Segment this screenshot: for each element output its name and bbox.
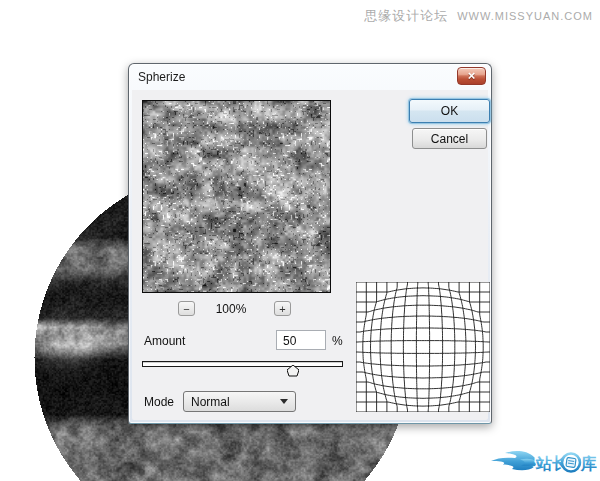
spherize-dialog: Spherize × − 100% + Amount % Mode — [128, 63, 492, 424]
zoom-level-label: 100% — [193, 302, 269, 316]
close-button[interactable]: × — [457, 67, 486, 85]
chevron-down-icon — [280, 399, 288, 404]
slider-thumb-icon — [287, 365, 299, 377]
watermark-text-ku: 库 — [580, 454, 597, 472]
filter-preview-image[interactable] — [142, 100, 331, 293]
page: 思缘设计论坛 WWW.MISSYUAN.COM Spherize × − 100… — [0, 0, 600, 481]
amount-unit-label: % — [332, 334, 343, 348]
distortion-grid-preview — [356, 282, 490, 412]
dialog-titlebar[interactable]: Spherize × — [129, 64, 491, 90]
close-icon: × — [468, 68, 476, 83]
site-credit-url: WWW.MISSYUAN.COM — [457, 10, 593, 22]
ok-button[interactable]: OK — [409, 99, 490, 123]
site-credit-forum-name: 思缘设计论坛 — [364, 7, 448, 25]
watermark-logo: 站长 库 — [490, 446, 598, 480]
slider-track[interactable] — [142, 361, 343, 367]
mode-selected-value: Normal — [191, 395, 230, 409]
amount-label: Amount — [144, 334, 185, 348]
dialog-client-area: − 100% + Amount % Mode Normal — [132, 90, 488, 420]
distortion-grid-svg — [356, 282, 490, 412]
slider-thumb[interactable] — [287, 363, 299, 375]
mode-select[interactable]: Normal — [183, 391, 296, 412]
amount-slider — [142, 361, 343, 378]
site-credit: 思缘设计论坛 WWW.MISSYUAN.COM — [364, 7, 593, 25]
dialog-title: Spherize — [138, 70, 185, 84]
zoom-in-button[interactable]: + — [274, 301, 291, 316]
comet-swoosh-icon — [491, 451, 537, 470]
mode-label: Mode — [144, 395, 174, 409]
grid-path — [356, 282, 490, 412]
cancel-button[interactable]: Cancel — [412, 128, 487, 149]
amount-input[interactable] — [276, 330, 326, 350]
picture-frame-badge-icon — [562, 454, 580, 472]
